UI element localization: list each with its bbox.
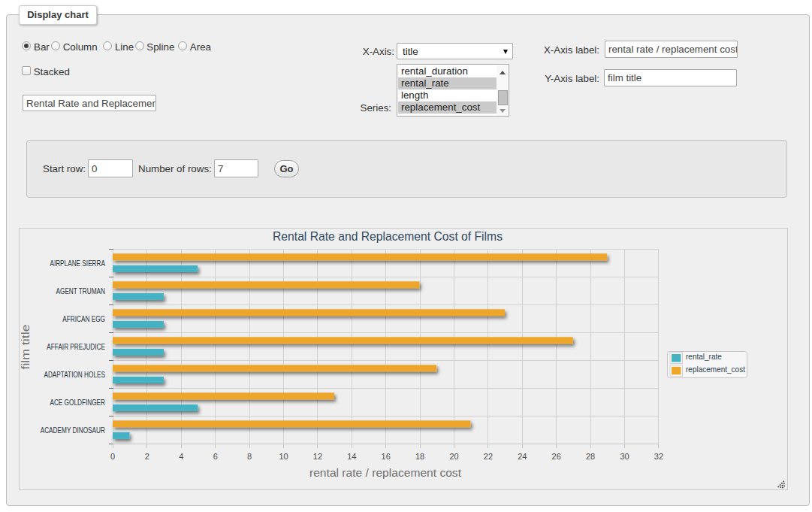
svg-text:20: 20 [449, 452, 458, 461]
svg-text:26: 26 [552, 452, 561, 461]
svg-text:rental_rate: rental_rate [686, 353, 722, 361]
svg-text:ADAPTATION HOLES: ADAPTATION HOLES [44, 371, 105, 379]
svg-text:2: 2 [145, 452, 149, 461]
svg-text:Rental Rate and Replacement Co: Rental Rate and Replacement Cost of Film… [273, 229, 503, 244]
svg-text:6: 6 [213, 452, 218, 461]
svg-text:32: 32 [654, 452, 663, 461]
svg-text:16: 16 [382, 452, 391, 461]
svg-text:4: 4 [179, 452, 183, 461]
svg-text:AFRICAN EGG: AFRICAN EGG [62, 315, 105, 323]
svg-text:28: 28 [586, 452, 595, 461]
svg-text:8: 8 [247, 452, 252, 461]
svg-text:film title: film title [20, 324, 32, 369]
svg-text:replacement_cost: replacement_cost [686, 365, 745, 374]
svg-text:rental rate / replacement cost: rental rate / replacement cost [309, 467, 461, 479]
svg-text:AGENT TRUMAN: AGENT TRUMAN [56, 287, 106, 295]
svg-text:ACE GOLDFINGER: ACE GOLDFINGER [50, 398, 105, 407]
svg-text:30: 30 [620, 452, 629, 461]
svg-text:14: 14 [347, 452, 356, 461]
svg-text:22: 22 [484, 452, 493, 461]
svg-text:24: 24 [518, 452, 527, 461]
svg-text:10: 10 [279, 452, 288, 461]
svg-text:18: 18 [415, 452, 424, 461]
svg-text:AIRPLANE SIERRA: AIRPLANE SIERRA [50, 259, 105, 268]
svg-text:AFFAIR PREJUDICE: AFFAIR PREJUDICE [47, 343, 105, 351]
svg-text:0: 0 [110, 452, 115, 461]
svg-text:12: 12 [313, 452, 322, 461]
svg-text:ACADEMY DINOSAUR: ACADEMY DINOSAUR [41, 426, 105, 435]
